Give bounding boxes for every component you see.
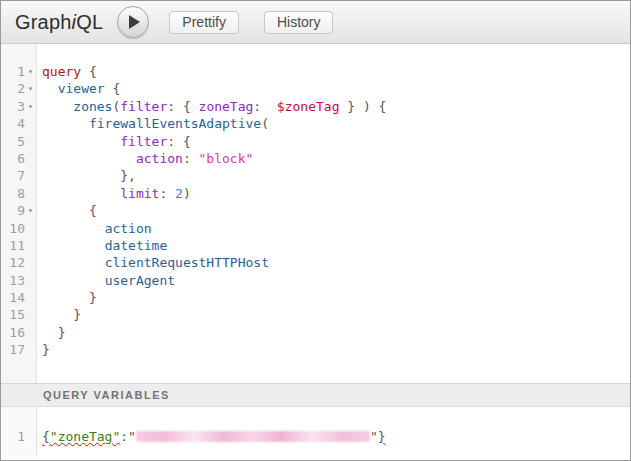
fold-spacer [25,115,36,132]
code-token: : { [167,99,198,114]
code-token [42,134,120,149]
code-line[interactable]: } [42,341,630,358]
gutter-row: 5 [1,133,36,150]
code-line[interactable]: action [42,220,630,237]
gutter-row: 15 [1,306,36,323]
code-token: : [253,99,276,114]
query-code-pane[interactable]: query { viewer { zones(filter: { zoneTag… [37,44,630,383]
fold-spacer [25,220,36,237]
variables-editor[interactable]: 1 {"zoneTag":""} [1,407,630,457]
fold-spacer [25,324,36,341]
code-token: action [136,151,183,166]
code-token: } [58,325,66,340]
line-number: 4 [1,115,25,132]
code-token: action [105,221,152,236]
code-token: } [42,342,50,357]
code-token: : [183,151,199,166]
gutter-row: 12 [1,254,36,271]
code-token: } ) { [339,99,386,114]
code-line[interactable]: query { [42,63,630,80]
query-variables-title-bar[interactable]: QUERY VARIABLES [1,383,630,407]
code-line[interactable]: viewer { [42,80,630,97]
code-line[interactable]: { [42,202,630,219]
variables-code-pane[interactable]: {"zoneTag":""} [37,407,630,457]
code-token [42,325,58,340]
query-editor[interactable]: 1▾2▾3▾456789▾1011121314151617 query { vi… [1,44,630,383]
line-number: 9 [1,202,25,219]
fold-spacer [25,428,36,445]
code-line[interactable]: }, [42,167,630,184]
code-token [42,99,73,114]
code-token: } [89,290,97,305]
fold-spacer [25,150,36,167]
variables-line[interactable]: {"zoneTag":""} [42,428,630,445]
code-token: filter [120,134,167,149]
code-token: { [89,203,97,218]
fold-spacer [25,341,36,358]
fold-arrow-icon[interactable]: ▾ [25,63,36,80]
logo-text-ql: QL [76,11,103,33]
code-token: $zoneTag [277,99,340,114]
code-token [42,116,89,131]
topbar: GraphiQL Prettify History [1,1,630,44]
code-line[interactable]: userAgent [42,272,630,289]
code-line[interactable]: firewallEventsAdaptive( [42,115,630,132]
fold-spacer [25,237,36,254]
code-line[interactable]: filter: { [42,133,630,150]
code-token [42,221,105,236]
fold-arrow-icon[interactable]: ▾ [25,202,36,219]
code-token: " [128,429,136,444]
code-token [42,307,73,322]
execute-button[interactable] [117,6,149,38]
play-icon [129,15,140,29]
code-token: viewer [58,81,105,96]
line-number: 13 [1,272,25,289]
line-number: 3 [1,98,25,115]
code-token: { [105,81,121,96]
line-number: 16 [1,324,25,341]
line-number: 11 [1,237,25,254]
code-line[interactable]: zones(filter: { zoneTag: $zoneTag } ) { [42,98,630,115]
line-number: 15 [1,306,25,323]
code-token: } [73,307,81,322]
variables-line-number-gutter: 1 [1,407,37,457]
gutter-row: 8 [1,185,36,202]
gutter-row: 6 [1,150,36,167]
fold-arrow-icon[interactable]: ▾ [25,98,36,115]
fold-spacer [25,185,36,202]
line-number: 2 [1,80,25,97]
gutter-row: 10 [1,220,36,237]
line-number: 5 [1,133,25,150]
code-token: : { [167,134,190,149]
gutter-row: 3▾ [1,98,36,115]
code-token [42,203,89,218]
gutter-row: 14 [1,289,36,306]
code-token [42,238,105,253]
code-line[interactable]: } [42,306,630,323]
gutter-row: 9▾ [1,202,36,219]
line-number: 12 [1,254,25,271]
code-line[interactable]: } [42,289,630,306]
history-button[interactable]: History [264,11,334,34]
prettify-button[interactable]: Prettify [169,11,239,34]
code-token [42,168,120,183]
code-line[interactable]: limit: 2) [42,185,630,202]
logo-text-graph: Graph [15,11,72,33]
code-line[interactable]: } [42,324,630,341]
gutter-row: 16 [1,324,36,341]
code-token: datetime [105,238,168,253]
code-line[interactable]: datetime [42,237,630,254]
query-variables-title: QUERY VARIABLES [43,389,170,401]
line-number-gutter: 1▾2▾3▾456789▾1011121314151617 [1,44,37,383]
code-line[interactable]: clientRequestHTTPHost [42,254,630,271]
code-token: { [42,429,50,444]
code-token: userAgent [105,273,175,288]
fold-arrow-icon[interactable]: ▾ [25,80,36,97]
gutter-row: 1▾ [1,63,36,80]
code-token: zoneTag [199,99,254,114]
graphiql-logo: GraphiQL [15,11,103,34]
code-token: clientRequestHTTPHost [105,255,269,270]
code-line[interactable]: action: "block" [42,150,630,167]
code-token [42,81,58,96]
code-token: }, [120,168,136,183]
